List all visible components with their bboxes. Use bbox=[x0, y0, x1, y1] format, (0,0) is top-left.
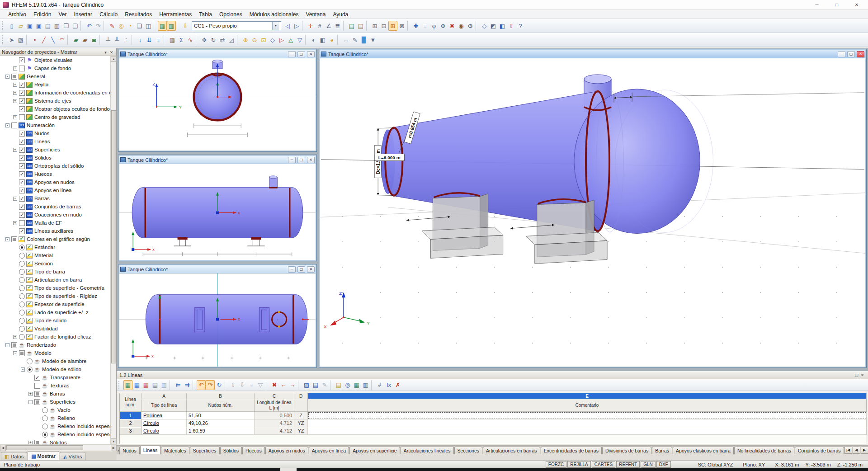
tree-item[interactable]: Tipo de superficie - Geometría bbox=[0, 284, 111, 292]
menu-item[interactable]: Opciones bbox=[216, 10, 246, 19]
table-tab[interactable]: Articulaciones en barras bbox=[483, 447, 540, 454]
tb-panel-toggle-button[interactable]: ◧ bbox=[498, 21, 507, 31]
tb2-opening-new-button[interactable]: ◙ bbox=[90, 35, 99, 45]
status-toggle[interactable]: CARTES bbox=[592, 461, 615, 468]
expander-icon[interactable]: + bbox=[13, 335, 17, 339]
tt-view-left-button[interactable]: ▤ bbox=[151, 380, 160, 390]
panel-close-icon[interactable]: ✕ bbox=[859, 373, 865, 377]
table-tab[interactable]: Apoyos en línea bbox=[309, 447, 349, 454]
scroll-down-icon[interactable]: ▼ bbox=[111, 438, 117, 444]
tt-formula-button[interactable]: fx bbox=[384, 380, 393, 390]
tree-item[interactable]: - Modelo de sólido bbox=[0, 365, 111, 373]
tree-item-control[interactable] bbox=[19, 228, 25, 234]
tt-edit-mode-button[interactable]: ✎ bbox=[320, 380, 329, 390]
viewport-title-bar[interactable]: Tanque Cilíndrico* ─ ▢ ✕ bbox=[119, 50, 316, 58]
expander-icon[interactable]: + bbox=[13, 83, 17, 87]
cell-nodes[interactable]: 1,60,59 bbox=[187, 427, 255, 435]
expander-icon[interactable]: + bbox=[13, 99, 17, 103]
tb2-zoom-in-button[interactable]: ⊕ bbox=[241, 35, 250, 45]
minimize-button[interactable]: ─ bbox=[808, 0, 826, 9]
tree-item[interactable]: Texturas bbox=[0, 382, 111, 390]
menu-item[interactable]: Cálculo bbox=[96, 10, 121, 19]
tree-item[interactable]: Sección bbox=[0, 259, 111, 268]
viewport-canvas[interactable]: x x bbox=[119, 164, 316, 260]
tree-item[interactable]: Ortotropías del sólido bbox=[0, 162, 111, 170]
expander-icon[interactable]: + bbox=[13, 221, 17, 225]
tb2-calculate-button[interactable]: Σ bbox=[177, 35, 186, 45]
tt-table-show-button[interactable]: ▦ bbox=[123, 380, 132, 390]
maximize-button[interactable]: ▢ bbox=[297, 266, 305, 273]
tree-item-control[interactable] bbox=[42, 424, 48, 429]
tree-item[interactable]: Tipo de barra bbox=[0, 268, 111, 276]
tree-item[interactable]: Lado de superficie +/- z bbox=[0, 308, 111, 316]
cell-plane[interactable]: YZ bbox=[294, 419, 308, 427]
tree-item-control[interactable] bbox=[11, 236, 17, 242]
expander-icon[interactable]: - bbox=[5, 123, 9, 127]
tb-next-load-case-button[interactable]: ▷ bbox=[292, 21, 301, 31]
table-tab[interactable]: Divisiones de barras bbox=[602, 447, 651, 454]
cell-comment[interactable] bbox=[308, 412, 867, 419]
close-button[interactable]: ✕ bbox=[857, 51, 864, 57]
tt-cut-button[interactable]: ← bbox=[279, 380, 288, 390]
tree-item-control[interactable] bbox=[19, 204, 25, 210]
tb2-polyline-new-button[interactable]: ╲ bbox=[48, 35, 57, 45]
cell-nodes[interactable]: 51,50 bbox=[187, 412, 255, 419]
auto-hide-pin-icon[interactable]: ▾ bbox=[103, 49, 108, 55]
panel-close-icon[interactable]: ✕ bbox=[108, 49, 114, 55]
tree-item-control[interactable] bbox=[19, 82, 25, 88]
tb-open-model-button[interactable]: ▣ bbox=[34, 21, 43, 31]
column-header-e[interactable]: E bbox=[308, 393, 867, 399]
cell-line-type[interactable]: Círculo bbox=[142, 427, 187, 435]
tree-item[interactable]: Articulación en barra bbox=[0, 276, 111, 284]
tree-item-control[interactable] bbox=[27, 358, 33, 364]
tree-item-control[interactable] bbox=[19, 285, 25, 291]
tree-item[interactable]: + Sólidos bbox=[0, 438, 111, 444]
viewport-canvas[interactable]: Dc=1.500 m L=6.000 m r=0.854 m bbox=[320, 58, 865, 367]
navigator-horizontal-scrollbar[interactable]: ◀ ▶ bbox=[0, 444, 117, 451]
tb-pan-button[interactable]: ◔ bbox=[126, 21, 135, 31]
cell-nodes[interactable]: 49,10,26 bbox=[187, 419, 255, 427]
expander-icon[interactable]: + bbox=[28, 441, 33, 445]
tb-undo-button[interactable]: ↶ bbox=[85, 21, 94, 31]
tb-section-button[interactable]: Φ bbox=[439, 21, 448, 31]
tree-item-control[interactable] bbox=[19, 196, 25, 202]
tb-delete-results-button[interactable]: ✖ bbox=[448, 21, 457, 31]
tree-item-control[interactable] bbox=[19, 188, 25, 193]
column-header-a[interactable]: A bbox=[142, 393, 187, 399]
tree-item-control[interactable] bbox=[19, 277, 25, 283]
maximize-button[interactable]: ▢ bbox=[297, 51, 305, 57]
tb2-load-node-button[interactable]: ↓ bbox=[136, 35, 145, 45]
tree-item[interactable]: + Barras bbox=[0, 194, 111, 203]
minimize-button[interactable]: ─ bbox=[288, 51, 296, 57]
tree-item-control[interactable] bbox=[19, 293, 25, 299]
table-tab[interactable]: Sólidos bbox=[220, 447, 242, 454]
tb2-clipping-button[interactable]: ◧ bbox=[318, 35, 327, 45]
close-button[interactable]: ✕ bbox=[307, 51, 315, 57]
tb-open-project-button[interactable]: ▣ bbox=[25, 21, 34, 31]
tree-item[interactable]: + Centro de gravedad bbox=[0, 113, 111, 121]
tree-item-control[interactable] bbox=[19, 90, 25, 96]
tb2-mirror-button[interactable]: ⇄ bbox=[218, 35, 227, 45]
tree-item-control[interactable] bbox=[19, 98, 25, 104]
tree-item-control[interactable] bbox=[19, 212, 25, 218]
tt-view-right-button[interactable]: ▥ bbox=[160, 380, 169, 390]
tb-view-3d-button[interactable]: ◇ bbox=[480, 21, 489, 31]
viewport-window-top[interactable]: Tanque Cilíndrico* ─ ▢ ✕ bbox=[118, 264, 316, 367]
tree-item-control[interactable] bbox=[19, 106, 25, 112]
tree-item-control[interactable] bbox=[19, 155, 25, 161]
tree-item-control[interactable] bbox=[42, 415, 48, 421]
tree-item-control[interactable] bbox=[34, 440, 40, 445]
tb-work-plane-button[interactable]: # bbox=[315, 21, 324, 31]
tb2-dimension-button[interactable]: ↔ bbox=[341, 35, 350, 45]
tree-item[interactable]: - General bbox=[0, 72, 111, 80]
tb2-load-surface-button[interactable]: ≡ bbox=[154, 35, 163, 45]
expander-icon[interactable]: - bbox=[21, 367, 25, 372]
tb2-view-y-button[interactable]: △ bbox=[286, 35, 295, 45]
table-tab[interactable]: Secciones bbox=[454, 447, 482, 454]
tb2-view-z-button[interactable]: ▽ bbox=[295, 35, 304, 45]
tb2-support-line-button[interactable]: ╨ bbox=[113, 35, 122, 45]
cell-length[interactable]: 4.712 bbox=[255, 427, 294, 435]
table-tab[interactable]: Conjuntos de barras bbox=[795, 447, 844, 454]
close-button[interactable]: ✕ bbox=[307, 266, 315, 273]
table-tab[interactable]: No linealidades de barras bbox=[734, 447, 794, 454]
